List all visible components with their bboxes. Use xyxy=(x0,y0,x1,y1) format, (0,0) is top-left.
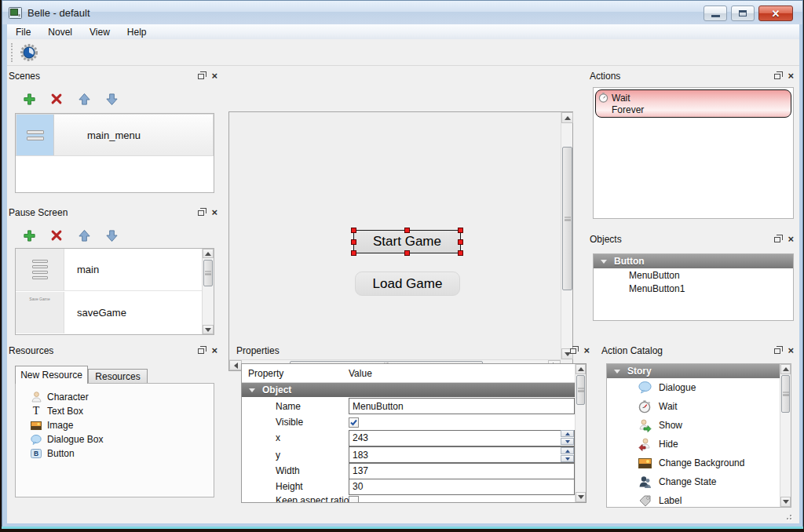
pause-item-savegame[interactable]: Save Game saveGame xyxy=(16,291,203,333)
float-icon[interactable] xyxy=(774,348,780,354)
close-button[interactable]: ✕ xyxy=(758,5,793,21)
y-spinner[interactable] xyxy=(561,447,574,462)
objects-group-header[interactable]: Button xyxy=(594,254,793,268)
canvas-object-start-game[interactable]: Start Game xyxy=(353,230,461,253)
catalog-item-wait[interactable]: Wait xyxy=(607,397,780,416)
resize-handle[interactable] xyxy=(458,228,463,233)
resize-handle[interactable] xyxy=(458,239,463,245)
toolbar-handle[interactable] xyxy=(11,43,13,62)
resource-item-button[interactable]: B Button xyxy=(16,446,214,461)
pause-list-scrollbar[interactable] xyxy=(202,249,214,334)
add-pause-scene-button[interactable] xyxy=(21,228,37,243)
close-icon[interactable]: × xyxy=(583,347,590,355)
properties-scrollbar[interactable] xyxy=(575,364,586,502)
titlebar[interactable]: Belle - default ✕ xyxy=(2,1,802,24)
arrow-down-icon xyxy=(105,229,119,242)
float-icon[interactable] xyxy=(198,348,204,354)
close-icon[interactable]: × xyxy=(788,235,794,243)
resource-item-dialogue-box[interactable]: Dialogue Box xyxy=(16,432,214,446)
resize-handle[interactable] xyxy=(404,250,410,256)
tab-resources[interactable]: Resources xyxy=(88,369,148,384)
delete-scene-button[interactable] xyxy=(49,91,64,107)
float-icon[interactable] xyxy=(198,74,204,79)
close-icon[interactable]: × xyxy=(788,72,794,80)
pause-panel-title: Pause Screen × xyxy=(7,206,222,220)
resize-handle[interactable] xyxy=(351,228,356,233)
scenes-list: main_menu xyxy=(15,113,214,193)
resource-list: Character T Text Box Image xyxy=(15,383,214,497)
scroll-thumb-grip xyxy=(783,392,789,396)
scenes-toolbar xyxy=(21,91,119,107)
object-row-menubutton1[interactable]: MenuButton1 xyxy=(594,282,793,295)
scene-label: main_menu xyxy=(87,129,141,141)
width-input[interactable] xyxy=(349,463,575,479)
properties-group-object[interactable]: Object xyxy=(242,383,575,397)
run-button[interactable] xyxy=(18,42,40,64)
canvas-object-load-game[interactable]: Load Game xyxy=(355,271,460,296)
resource-item-character[interactable]: Character xyxy=(16,390,214,404)
catalog-item-change-state[interactable]: Change State xyxy=(607,472,780,491)
x-input[interactable] xyxy=(349,430,575,446)
canvas-vertical-scrollbar[interactable] xyxy=(561,112,572,359)
float-icon[interactable] xyxy=(198,210,204,216)
actions-list: Wait Forever xyxy=(593,87,794,219)
move-pause-down-button[interactable] xyxy=(104,228,119,243)
height-input[interactable] xyxy=(349,479,575,495)
keep-aspect-ratio-checkbox[interactable] xyxy=(349,496,359,504)
move-pause-up-button[interactable] xyxy=(76,228,92,243)
action-item-wait[interactable]: Wait Forever xyxy=(595,89,791,118)
tab-new-resource[interactable]: New Resource xyxy=(15,366,88,384)
pause-item-main[interactable]: main xyxy=(16,249,203,291)
objects-panel-title-label: Objects xyxy=(590,234,622,245)
move-scene-up-button[interactable] xyxy=(76,91,92,107)
resource-item-image[interactable]: Image xyxy=(16,418,214,432)
name-input[interactable] xyxy=(349,398,575,414)
close-icon[interactable]: × xyxy=(211,347,217,355)
maximize-button[interactable] xyxy=(731,5,755,21)
spin-down-icon xyxy=(565,440,570,443)
property-row-y: y xyxy=(242,446,575,463)
catalog-item-dialogue[interactable]: Dialogue xyxy=(607,378,780,397)
move-scene-down-button[interactable] xyxy=(104,91,119,107)
story-group-header[interactable]: Story xyxy=(607,364,780,378)
close-icon[interactable]: × xyxy=(211,209,217,217)
visible-checkbox[interactable] xyxy=(349,417,359,428)
close-icon[interactable]: × xyxy=(211,72,217,80)
spin-up-icon xyxy=(565,450,570,453)
resource-item-text-box[interactable]: T Text Box xyxy=(16,404,214,418)
change-background-icon xyxy=(638,458,652,468)
add-scene-button[interactable] xyxy=(21,91,37,107)
spin-up-icon xyxy=(565,432,570,435)
resize-handle[interactable] xyxy=(404,228,410,233)
catalog-scrollbar[interactable] xyxy=(780,364,791,507)
catalog-item-change-background[interactable]: Change Background xyxy=(607,454,780,472)
float-icon[interactable] xyxy=(774,237,780,242)
y-input[interactable] xyxy=(349,446,575,463)
menu-view[interactable]: View xyxy=(81,25,119,39)
minimize-button[interactable] xyxy=(704,5,727,21)
object-row-menubutton[interactable]: MenuButton xyxy=(594,268,793,282)
float-icon[interactable] xyxy=(774,74,780,79)
resize-handle[interactable] xyxy=(351,239,356,245)
catalog-item-label[interactable]: Label xyxy=(607,491,780,507)
close-icon[interactable]: × xyxy=(788,347,794,355)
scene-item-main-menu[interactable]: main_menu xyxy=(16,114,214,156)
menu-file[interactable]: File xyxy=(7,25,39,39)
resize-handle[interactable] xyxy=(351,250,356,256)
x-spinner[interactable] xyxy=(561,430,574,445)
svg-text:B: B xyxy=(34,450,38,457)
resize-handle[interactable] xyxy=(458,250,463,256)
collapse-icon xyxy=(249,388,255,392)
float-icon[interactable] xyxy=(570,348,576,354)
scroll-down-icon xyxy=(578,495,584,499)
window-resize-grip[interactable] xyxy=(784,512,793,521)
scroll-up-icon xyxy=(783,367,789,371)
menu-novel[interactable]: Novel xyxy=(39,25,81,39)
window-title: Belle - default xyxy=(27,7,90,19)
menu-help[interactable]: Help xyxy=(119,25,155,39)
delete-pause-scene-button[interactable] xyxy=(49,228,64,243)
catalog-item-show[interactable]: Show xyxy=(607,416,780,435)
catalog-item-hide[interactable]: Hide xyxy=(607,435,780,454)
scene-canvas[interactable]: Start Game Load Game xyxy=(228,111,573,371)
actions-panel-title-label: Actions xyxy=(590,71,620,82)
